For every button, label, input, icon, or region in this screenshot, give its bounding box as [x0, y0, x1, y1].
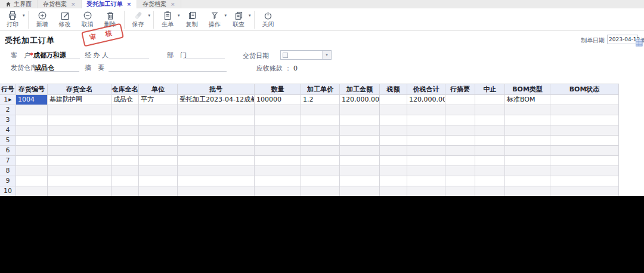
- table-cell[interactable]: [16, 136, 48, 146]
- table-cell[interactable]: [475, 166, 505, 176]
- table-cell[interactable]: 1004: [16, 95, 48, 105]
- table-cell[interactable]: [380, 105, 407, 115]
- table-cell[interactable]: [112, 136, 139, 146]
- table-cell[interactable]: [550, 186, 619, 196]
- table-cell[interactable]: [255, 176, 301, 186]
- table-cell[interactable]: [301, 146, 340, 156]
- row-number-cell[interactable]: 4: [0, 125, 16, 136]
- tab-受托加工订单[interactable]: 受托加工订单×: [82, 0, 138, 8]
- column-header[interactable]: BOM状态: [550, 84, 619, 95]
- table-cell[interactable]: [380, 186, 407, 196]
- column-header[interactable]: 存货全名: [48, 84, 112, 95]
- table-cell[interactable]: [178, 105, 255, 115]
- table-cell[interactable]: [475, 156, 505, 166]
- table-cell[interactable]: [505, 176, 550, 186]
- table-cell[interactable]: [139, 186, 178, 196]
- table-cell[interactable]: [475, 105, 505, 115]
- table-cell[interactable]: [445, 105, 475, 115]
- row-number-cell[interactable]: 9: [0, 176, 16, 186]
- table-cell[interactable]: [178, 146, 255, 156]
- column-header[interactable]: 价税合计: [407, 84, 445, 95]
- table-cell[interactable]: [139, 125, 178, 136]
- table-cell[interactable]: [178, 136, 255, 146]
- table-cell[interactable]: [48, 125, 112, 136]
- table-cell[interactable]: [16, 115, 48, 125]
- table-cell[interactable]: [340, 186, 380, 196]
- table-cell[interactable]: [112, 186, 139, 196]
- table-cell[interactable]: [550, 136, 619, 146]
- table-cell[interactable]: [407, 186, 445, 196]
- table-cell[interactable]: [16, 166, 48, 176]
- 联查-button[interactable]: 联查: [227, 10, 250, 29]
- table-cell[interactable]: [445, 156, 475, 166]
- table-cell[interactable]: [475, 186, 505, 196]
- table-cell[interactable]: [475, 95, 505, 105]
- table-cell[interactable]: [550, 115, 619, 125]
- table-cell[interactable]: [340, 115, 380, 125]
- table-cell[interactable]: 标准BOM: [505, 95, 550, 105]
- column-header[interactable]: 加工金额: [340, 84, 380, 95]
- table-cell[interactable]: [445, 95, 475, 105]
- table-cell[interactable]: [112, 125, 139, 136]
- table-cell[interactable]: [407, 136, 445, 146]
- table-cell[interactable]: [550, 125, 619, 136]
- table-cell[interactable]: [16, 105, 48, 115]
- delivery-date-picker[interactable]: ▾: [280, 50, 332, 60]
- table-cell[interactable]: [112, 115, 139, 125]
- table-cell[interactable]: [178, 186, 255, 196]
- table-cell[interactable]: [139, 156, 178, 166]
- table-cell[interactable]: [16, 176, 48, 186]
- column-settings-icon[interactable]: [636, 39, 643, 48]
- table-cell[interactable]: [178, 125, 255, 136]
- table-cell[interactable]: [550, 166, 619, 176]
- table-cell[interactable]: [475, 125, 505, 136]
- table-cell[interactable]: [550, 156, 619, 166]
- row-number-cell[interactable]: 6: [0, 146, 16, 156]
- row-number-cell[interactable]: 1▶: [0, 95, 16, 105]
- table-cell[interactable]: [255, 186, 301, 196]
- 保存-button[interactable]: 保存: [127, 10, 150, 29]
- table-cell[interactable]: [16, 146, 48, 156]
- table-cell[interactable]: [407, 115, 445, 125]
- table-cell[interactable]: [48, 176, 112, 186]
- close-icon[interactable]: ×: [127, 1, 132, 7]
- make-date-select[interactable]: 2023-04-12 ∨: [607, 35, 638, 44]
- table-cell[interactable]: [475, 146, 505, 156]
- table-cell[interactable]: [112, 146, 139, 156]
- 复制-button[interactable]: 复制: [181, 10, 203, 29]
- table-cell[interactable]: [340, 176, 380, 186]
- column-header[interactable]: 加工单价: [301, 84, 340, 95]
- tab-主界面[interactable]: 主界面: [0, 0, 38, 8]
- table-cell[interactable]: [301, 166, 340, 176]
- table-cell[interactable]: 基建防护网: [48, 95, 112, 105]
- table-cell[interactable]: [255, 125, 301, 136]
- table-cell[interactable]: [139, 176, 178, 186]
- customer-value[interactable]: 成都万和源: [33, 51, 80, 59]
- table-cell[interactable]: [255, 146, 301, 156]
- table-cell[interactable]: [505, 166, 550, 176]
- table-cell[interactable]: [16, 156, 48, 166]
- table-cell[interactable]: [445, 186, 475, 196]
- table-cell[interactable]: [255, 115, 301, 125]
- table-cell[interactable]: [340, 136, 380, 146]
- date-checkbox[interactable]: [283, 53, 288, 58]
- table-cell[interactable]: 120,000.00: [407, 95, 445, 105]
- table-cell[interactable]: [550, 146, 619, 156]
- agent-field[interactable]: [109, 51, 149, 59]
- table-cell[interactable]: [445, 146, 475, 156]
- table-cell[interactable]: [48, 146, 112, 156]
- row-number-cell[interactable]: 3: [0, 115, 16, 125]
- 取消-button[interactable]: 取消: [76, 10, 99, 29]
- table-cell[interactable]: [445, 115, 475, 125]
- table-cell[interactable]: [139, 136, 178, 146]
- table-cell[interactable]: 受托加工2023-04-12成都万和源: [178, 95, 255, 105]
- table-cell[interactable]: [48, 186, 112, 196]
- table-cell[interactable]: [380, 176, 407, 186]
- table-cell[interactable]: [445, 176, 475, 186]
- table-cell[interactable]: [475, 136, 505, 146]
- table-cell[interactable]: [407, 156, 445, 166]
- table-cell[interactable]: [505, 146, 550, 156]
- table-cell[interactable]: [340, 146, 380, 156]
- tab-存货档案[interactable]: 存货档案×: [38, 0, 82, 8]
- table-cell[interactable]: [301, 115, 340, 125]
